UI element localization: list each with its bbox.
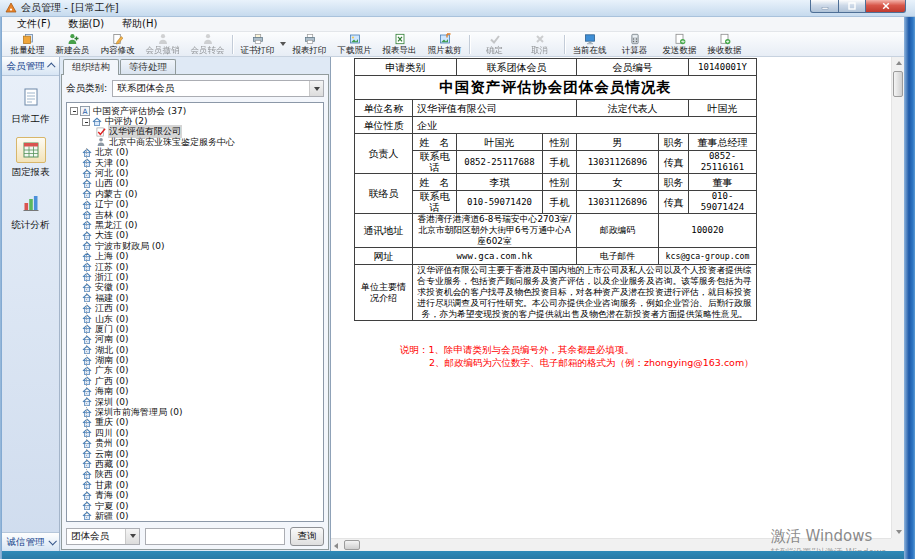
unit-nature-row: 单位性质 企业 [355,117,757,134]
window-border-right [904,17,915,559]
address-value: 香港湾仔港湾道6-8号瑞安中心2703室/北京市朝阳区朝外大街甲6号万通中心A座… [413,214,577,248]
new-member-button[interactable]: 新建会员 [50,32,95,56]
house-icon [82,376,92,386]
member-form-panel: 申请类别 联系团体会员 会员编号 10140001Y 中国资产评估协会团体会员情… [331,57,904,551]
download-photo-button[interactable]: 下载照片 [332,32,377,56]
house-icon [82,220,92,230]
unit-nature-value: 企业 [413,117,757,134]
report-export-button[interactable]: 报表导出 [377,32,422,56]
contact-label: 联络员 [355,174,413,214]
house-icon [82,210,92,220]
contact-row-2: 联系电话 010-59071420 手机 13031126896 传真 010-… [355,191,757,214]
app-window: 会员管理 - [日常工作] 文件(F) 数据(D) 帮助(H) 批量处理 新建会… [0,0,915,559]
monitor-icon [584,33,596,45]
report-export-icon [394,33,406,45]
house-icon [82,189,92,199]
window-controls [810,0,906,13]
close-button[interactable] [866,0,906,13]
scroll-left-icon [334,543,338,549]
principal-label: 负责人 [355,134,413,174]
org-panel-body: 会员类别: 联系团体会员 A 中国资产评估协会 (37) [61,74,329,550]
collapse-icon[interactable] [82,118,90,126]
svg-text:A: A [83,107,88,116]
calculator-icon [629,33,641,45]
horizontal-scroll-thumb[interactable] [344,540,360,550]
calculator-button[interactable]: 计算器 [612,32,657,56]
cert-print-button[interactable]: 证书打印 [235,32,280,56]
house-icon [82,480,92,490]
toolbar-separator [232,35,233,54]
check-icon [489,33,501,45]
member-form-table: 申请类别 联系团体会员 会员编号 10140001Y 中国资产评估协会团体会员情… [354,58,757,321]
collapse-icon[interactable] [70,107,78,115]
minimize-button[interactable] [810,0,839,13]
x-icon [534,33,546,45]
form-header-row: 申请类别 联系团体会员 会员编号 10140001Y [355,59,757,76]
house-icon [82,241,92,251]
house-icon [82,293,92,303]
form-area: 申请类别 联系团体会员 会员编号 10140001Y 中国资产评估协会团体会员情… [331,57,891,538]
download-photo-icon [349,33,361,45]
app-icon [5,2,17,14]
maximize-button[interactable] [839,0,866,13]
member-transfer-button: 会员转会 [185,32,230,56]
edit-icon [112,33,124,45]
send-data-button[interactable]: 发送数据 [657,32,702,56]
online-button[interactable]: 当前在线 [567,32,612,56]
send-data-icon [674,33,686,45]
member-category-select[interactable]: 联系团体会员 [112,80,324,97]
window-border-left [0,17,2,559]
intro-value: 汉华评值有限公司主要于香港及中国内地的上市公司及私人公司以及个人投资者提供综合专… [413,265,757,321]
menu-file[interactable]: 文件(F) [8,17,60,31]
edit-content-button[interactable]: 内容修改 [95,32,140,56]
photo-crop-button[interactable]: 照片裁剪 [422,32,467,56]
website-value: www.gca.com.hk [413,248,577,265]
sidebar-group-member-mgmt[interactable]: 会员管理 [2,57,59,76]
report-print-button[interactable]: 报表打印 [287,32,332,56]
email-value: kcs@gca-group.com [659,248,757,265]
principal-row-2: 联系电话 0852-25117688 手机 13031126896 传真 085… [355,151,757,174]
form-notes: 说明：1、除申请类别与会员编号外，其余都是必填项。 2、邮政编码为六位数字、电子… [400,343,891,369]
principal-mobile: 13031126896 [577,151,659,174]
add-member-icon [67,33,79,45]
house-icon [82,418,92,428]
tab-pending[interactable]: 等待处理 [120,59,176,74]
tree-item-province[interactable]: 新疆 (0) [70,511,323,521]
unit-name-label: 单位名称 [355,100,413,117]
statistics-icon [21,193,41,213]
vertical-scroll-thumb[interactable] [893,71,903,97]
member-checked-icon [96,127,106,137]
menu-bar: 文件(F) 数据(D) 帮助(H) [2,17,904,32]
address-row: 通讯地址 香港湾仔港湾道6-8号瑞安中心2703室/北京市朝阳区朝外大街甲6号万… [355,214,757,248]
menu-data[interactable]: 数据(D) [60,17,114,31]
window-title: 会员管理 - [日常工作] [21,1,119,15]
house-icon [82,501,92,511]
house-icon [82,283,92,293]
toolbar: 批量处理 新建会员 内容修改 会员撤销 会员转会 证书打印 报表打印 下载照片 … [2,32,904,57]
scroll-up-icon [896,61,902,65]
daily-work-icon [21,87,41,107]
sidebar-group-integrity-mgmt[interactable]: 诚信管理 [2,532,59,551]
sidebar-item-fixed-reports[interactable]: 固定报表 [2,129,59,182]
member-transfer-icon [202,33,214,45]
sidebar-item-daily-work[interactable]: 日常工作 [2,76,59,129]
chevron-down-icon [125,529,139,544]
batch-icon [22,33,34,45]
principal-name: 叶国光 [457,134,543,151]
search-button[interactable]: 查询 [290,527,324,546]
horizontal-scrollbar[interactable] [331,538,891,551]
house-icon [82,148,92,158]
menu-help[interactable]: 帮助(H) [113,17,166,31]
toolbar-separator [564,35,565,54]
vertical-scrollbar[interactable] [891,57,904,538]
batch-process-button[interactable]: 批量处理 [5,32,50,56]
house-icon [82,158,92,168]
search-type-select[interactable]: 团体会员 [66,528,140,545]
tab-org-structure[interactable]: 组织结构 [63,59,119,75]
website-label: 网址 [355,248,413,265]
cert-print-dropdown[interactable] [280,42,287,46]
chevron-down-icon [280,42,286,46]
receive-data-button[interactable]: 接收数据 [702,32,747,56]
search-input[interactable] [145,528,285,545]
sidebar-item-statistics[interactable]: 统计分析 [2,182,59,235]
